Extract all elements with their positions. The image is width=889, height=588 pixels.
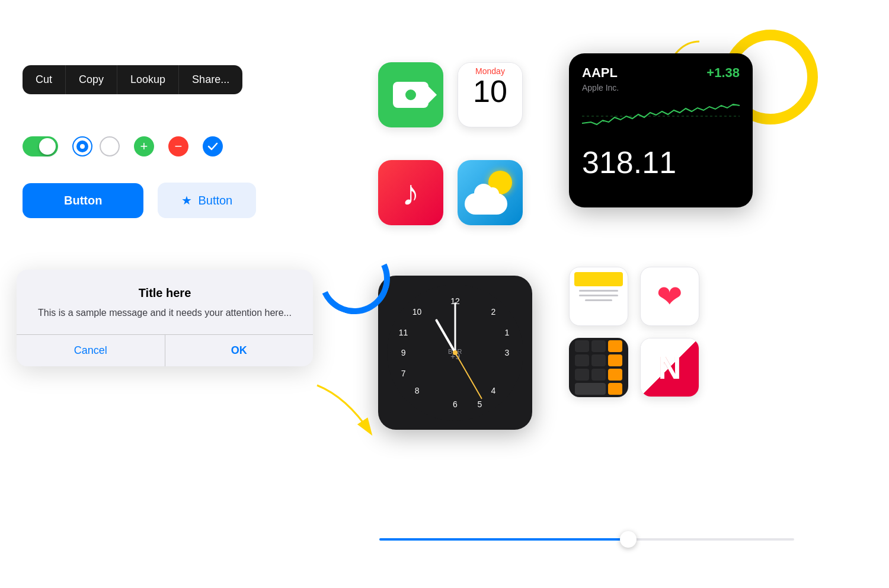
clock-num-11: 11 — [399, 328, 408, 337]
alert-ok-button[interactable]: OK — [165, 335, 314, 366]
clock-second-hand — [455, 353, 482, 400]
clock-num-4: 4 — [491, 386, 495, 395]
calc-btn-2 — [591, 340, 606, 352]
calc-btn-7 — [575, 369, 589, 381]
clock-num-9: 9 — [401, 348, 406, 357]
alert-body: Title here This is a sample message and … — [17, 270, 313, 334]
star-icon: ★ — [181, 193, 192, 207]
app-grid-row1: ❤ — [569, 267, 699, 326]
yellow-arrow-bottom — [299, 379, 394, 450]
buttons-row: Button ★ Button — [23, 183, 256, 218]
facetime-notch — [428, 87, 437, 103]
calendar-date: 10 — [473, 76, 507, 107]
clock-widget: 12 3 6 9 2 10 8 4 1 11 7 5 BER +9 — [378, 276, 532, 430]
calc-btn-1 — [575, 340, 589, 352]
toggle-knob — [39, 138, 56, 155]
calc-btn-4 — [575, 354, 589, 366]
clock-face: 12 3 6 9 2 10 8 4 1 11 7 5 BER +9 — [387, 285, 523, 421]
notes-icon[interactable] — [569, 267, 628, 326]
health-heart-symbol: ❤ — [657, 279, 683, 314]
health-icon[interactable]: ❤ — [640, 267, 699, 326]
stock-widget: AAPL +1.38 Apple Inc. 318.11 — [569, 53, 753, 207]
calc-btn-8 — [591, 369, 606, 381]
radio-group — [72, 136, 120, 156]
slider-fill — [379, 538, 628, 541]
facetime-lens — [403, 87, 418, 103]
news-letter: N — [658, 349, 682, 386]
weather-cloud — [465, 193, 507, 215]
app-grid-bottom: ❤ N — [569, 267, 699, 397]
calc-btn-6 — [608, 354, 622, 366]
remove-button[interactable]: − — [168, 136, 188, 156]
calculator-buttons-grid — [569, 338, 628, 397]
clock-hour-hand — [435, 319, 456, 353]
check-button[interactable] — [203, 136, 223, 156]
radio-inner — [76, 140, 88, 152]
stock-header: AAPL +1.38 — [582, 65, 740, 81]
music-icon[interactable]: ♪ — [378, 160, 443, 225]
clock-center-dot — [453, 350, 458, 355]
primary-button[interactable]: Button — [23, 183, 143, 218]
weather-icon[interactable] — [458, 160, 523, 225]
context-menu-share[interactable]: Share... — [179, 65, 242, 94]
app-grid-row2: N — [569, 338, 699, 397]
secondary-button[interactable]: ★ Button — [158, 183, 256, 218]
news-icon[interactable]: N — [640, 338, 699, 397]
notes-line2 — [579, 295, 618, 296]
context-menu: Cut Copy Lookup Share... — [23, 65, 242, 94]
notes-header — [574, 272, 623, 286]
app-grid-top: Monday 10 — [378, 62, 523, 127]
clock-num-3: 3 — [504, 348, 509, 357]
alert-cancel-button[interactable]: Cancel — [17, 335, 165, 366]
radio-button-unselected[interactable] — [100, 136, 120, 156]
context-menu-copy[interactable]: Copy — [66, 65, 117, 94]
clock-num-6: 6 — [453, 400, 458, 409]
music-note-symbol: ♪ — [402, 172, 420, 213]
clock-minute-hand — [455, 302, 456, 353]
controls-row: + − — [23, 136, 223, 156]
stock-change: +1.38 — [706, 65, 740, 81]
context-menu-cut[interactable]: Cut — [23, 65, 66, 94]
calc-btn-3 — [608, 340, 622, 352]
calc-btn-9 — [608, 369, 622, 381]
slider-track[interactable] — [379, 538, 794, 541]
stock-price: 318.11 — [582, 145, 740, 180]
stock-company: Apple Inc. — [582, 83, 740, 92]
clock-num-10: 10 — [412, 307, 422, 317]
facetime-icon[interactable] — [378, 62, 443, 127]
slider-thumb[interactable] — [620, 531, 637, 548]
add-button[interactable]: + — [134, 136, 154, 156]
calc-btn-zero — [575, 383, 606, 395]
slider-container — [379, 538, 794, 541]
radio-button-selected[interactable] — [72, 136, 92, 156]
calc-btn-5 — [591, 354, 606, 366]
calculator-icon[interactable] — [569, 338, 628, 397]
app-grid-middle: ♪ — [378, 160, 523, 225]
alert-title: Title here — [36, 286, 294, 300]
stock-chart — [582, 100, 740, 135]
alert-buttons: Cancel OK — [17, 334, 313, 366]
clock-num-7: 7 — [401, 369, 406, 378]
clock-num-5: 5 — [477, 400, 482, 409]
notes-line1 — [579, 290, 618, 292]
clock-num-8: 8 — [415, 386, 420, 395]
stock-ticker: AAPL — [582, 65, 618, 81]
alert-dialog: Title here This is a sample message and … — [17, 270, 313, 366]
clock-num-2: 2 — [491, 307, 495, 317]
toggle-switch[interactable] — [23, 136, 58, 156]
calc-btn-equals — [608, 383, 622, 395]
context-menu-lookup[interactable]: Lookup — [117, 65, 179, 94]
clock-num-1: 1 — [504, 328, 509, 337]
alert-message: This is a sample message and it needs yo… — [36, 306, 294, 320]
secondary-button-label: Button — [198, 194, 232, 207]
notes-line3 — [585, 299, 612, 301]
facetime-camera-shape — [393, 82, 428, 108]
calendar-icon[interactable]: Monday 10 — [458, 62, 523, 127]
